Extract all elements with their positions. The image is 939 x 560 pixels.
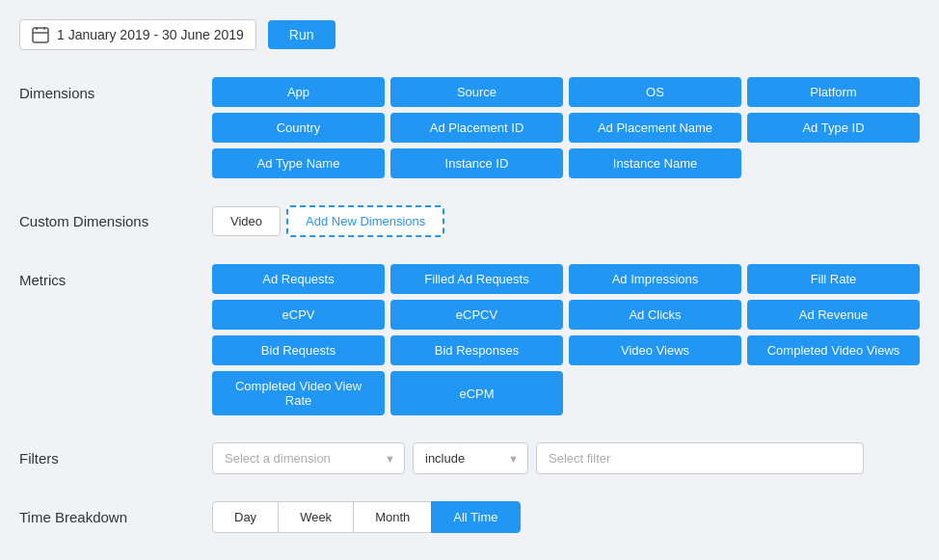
dimension-button[interactable]: Instance ID [390,148,563,178]
dimension-button[interactable]: Country [212,113,385,143]
metrics-section: Metrics Ad RequestsFilled Ad RequestsAd … [19,264,920,415]
filters-row: Select a dimension ▼ includeexclude ▼ [212,442,920,474]
metric-button[interactable]: Ad Revenue [747,300,920,330]
svg-rect-0 [33,28,48,42]
metric-button[interactable]: Fill Rate [747,264,920,294]
filters-section: Filters Select a dimension ▼ includeexcl… [19,442,920,474]
time-breakdown-section: Time Breakdown DayWeekMonthAll Time [19,501,920,533]
filters-content: Select a dimension ▼ includeexclude ▼ [212,442,920,474]
dimension-button[interactable]: Source [390,77,563,107]
custom-dimensions-content: VideoAdd New Dimensions [212,205,920,237]
dimensions-content: AppSourceOSPlatformCountryAd Placement I… [212,77,920,178]
time-breakdown-option[interactable]: Month [353,501,432,533]
dimension-button[interactable]: App [212,77,385,107]
header-row: 1 January 2019 - 30 June 2019 Run [19,19,920,50]
metric-button[interactable]: Video Views [569,335,741,365]
run-button-top[interactable]: Run [268,20,335,49]
custom-dims-row: VideoAdd New Dimensions [212,205,920,237]
time-breakdown-label: Time Breakdown [19,501,212,525]
metric-button[interactable]: Ad Impressions [569,264,741,294]
metric-button[interactable]: Bid Responses [390,335,563,365]
date-picker-button[interactable]: 1 January 2019 - 30 June 2019 [19,19,256,50]
time-breakdown-option[interactable]: Day [212,501,279,533]
filters-label: Filters [19,442,212,467]
dimension-button[interactable]: Instance Name [569,148,741,178]
metrics-label: Metrics [19,264,212,288]
time-breakdown-row: DayWeekMonthAll Time [212,501,920,533]
dimension-button[interactable]: Ad Type Name [212,148,385,178]
dimension-button[interactable]: Ad Placement Name [569,113,741,143]
metric-button[interactable]: Ad Requests [212,264,385,294]
custom-dimensions-section: Custom Dimensions VideoAdd New Dimension… [19,205,920,237]
dimension-button[interactable]: Platform [747,77,920,107]
add-new-dimensions-button[interactable]: Add New Dimensions [286,205,444,237]
include-select-wrapper: includeexclude ▼ [413,442,528,474]
metrics-content: Ad RequestsFilled Ad RequestsAd Impressi… [212,264,920,415]
dimension-button[interactable]: Ad Type ID [747,113,920,143]
filter-text-input[interactable] [536,442,864,474]
metric-button[interactable]: Ad Clicks [569,300,741,330]
dimension-button[interactable]: OS [569,77,741,107]
dimensions-grid: AppSourceOSPlatformCountryAd Placement I… [212,77,920,178]
custom-dim-tag: Video [212,206,281,236]
dimension-button[interactable]: Ad Placement ID [390,113,563,143]
dimensions-section: Dimensions AppSourceOSPlatformCountryAd … [19,77,920,178]
date-range-text: 1 January 2019 - 30 June 2019 [57,27,244,42]
metric-button[interactable]: Filled Ad Requests [390,264,563,294]
dimensions-label: Dimensions [19,77,212,101]
time-breakdown-content: DayWeekMonthAll Time [212,501,920,533]
calendar-icon [32,26,49,43]
metric-button[interactable]: Bid Requests [212,335,385,365]
page-container: 1 January 2019 - 30 June 2019 Run Dimens… [19,19,920,560]
dimension-select-wrapper: Select a dimension ▼ [212,442,405,474]
dimension-select[interactable]: Select a dimension [212,442,405,474]
metric-button[interactable]: eCPCV [390,300,563,330]
include-select[interactable]: includeexclude [413,442,528,474]
metric-button[interactable]: Completed Video Views [747,335,920,365]
time-breakdown-option[interactable]: All Time [431,501,520,533]
metrics-grid: Ad RequestsFilled Ad RequestsAd Impressi… [212,264,920,415]
metric-button[interactable]: eCPV [212,300,385,330]
time-breakdown-option[interactable]: Week [278,501,354,533]
metric-button[interactable]: Completed Video View Rate [212,371,385,415]
custom-dimensions-label: Custom Dimensions [19,205,212,229]
metric-button[interactable]: eCPM [390,371,563,415]
